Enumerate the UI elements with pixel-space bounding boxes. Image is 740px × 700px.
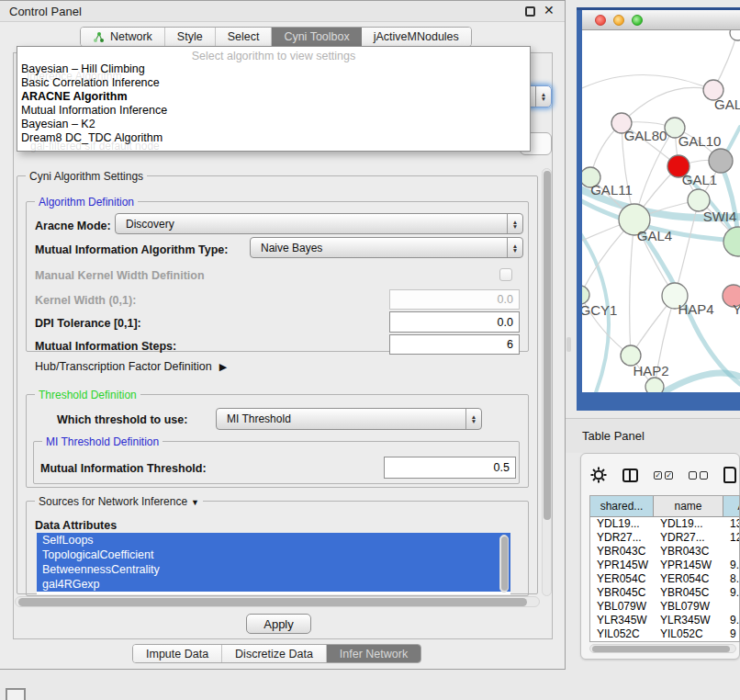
network-node[interactable] (730, 30, 740, 40)
table-cell: YER054C (590, 572, 654, 586)
algorithm-option-dream8-dc-tdc-algorithm[interactable]: Dream8 DC_TDC Algorithm (19, 131, 528, 145)
table-cell: YBL079W (654, 600, 723, 614)
select-all-columns-icon[interactable]: ✓✓ (654, 471, 673, 480)
mi-threshold-field[interactable]: 0.5 (384, 457, 516, 479)
network-node[interactable] (645, 378, 664, 392)
float-window-button[interactable] (525, 6, 535, 17)
network-node-gcy1[interactable] (582, 286, 589, 304)
mi-steps-label: Mutual Information Steps: (35, 340, 176, 353)
sources-label[interactable]: Sources for Network Inference▼ (35, 495, 203, 508)
data-attribute-option-gal4rgexp[interactable]: gal4RGexp (37, 577, 510, 592)
network-node-label: GAL1 (682, 172, 717, 187)
network-edge[interactable] (630, 220, 634, 356)
table-cell: 8. (723, 572, 740, 586)
minimize-traffic-light-icon[interactable] (613, 15, 624, 26)
table-cell: YDL19... (590, 517, 654, 531)
table-cell: YER054C (654, 572, 723, 586)
network-node-label: GAL80 (624, 128, 667, 143)
export-table-icon[interactable] (723, 467, 736, 483)
tab-jactivemnodules[interactable]: jActiveMNodules (362, 28, 471, 46)
network-canvas[interactable]: GALGAL80GAL10GAL1GAL11SWI4GAL4GCY1HAP4YH… (582, 30, 740, 392)
tab-label: Network (110, 30, 152, 43)
table-row[interactable]: YLR345WYLR345W9. (590, 614, 739, 627)
table-cell (723, 545, 740, 559)
settings-horizontal-scrollbar[interactable] (15, 596, 540, 607)
attributes-scrollbar[interactable] (499, 535, 509, 593)
close-window-button[interactable]: ✕ (544, 3, 555, 17)
table-row[interactable]: YDL19...YDL19...13 (590, 517, 739, 531)
table-row[interactable]: YIL052CYIL052C9 (590, 627, 739, 641)
tab-label: jActiveMNodules (374, 30, 459, 43)
close-traffic-light-icon[interactable] (595, 15, 606, 26)
table-cell: 9. (723, 559, 740, 572)
network-node[interactable] (709, 149, 733, 173)
mi-algorithm-type-combo[interactable]: Naive Bayes ▲▼ (250, 237, 523, 258)
aracne-mode-combo[interactable]: Discovery ▲▼ (115, 213, 523, 234)
column-header-shared[interactable]: shared... (590, 496, 654, 516)
column-header-a[interactable]: A (723, 496, 740, 516)
algorithm-option-basic-correlation-inference[interactable]: Basic Correlation Inference (19, 76, 528, 90)
aracne-mode-label: Aracne Mode: (35, 220, 111, 232)
algorithm-option-mutual-information-inference[interactable]: Mutual Information Inference (19, 104, 528, 118)
settings-vertical-scrollbar[interactable] (542, 168, 552, 596)
table-row[interactable]: YBR043CYBR043C (590, 545, 739, 559)
hub-definition-expander[interactable]: Hub/Transcription Factor Definition▶ (35, 360, 227, 373)
tab-select[interactable]: Select (216, 28, 273, 46)
tab-discretize-data[interactable]: Discretize Data (222, 645, 327, 662)
which-threshold-label: Which threshold to use: (57, 413, 187, 426)
table-cell: YPR145W (590, 559, 654, 572)
table-row[interactable]: YBL079WYBL079W (590, 600, 739, 614)
combo-stepper-icon: ▲▼ (465, 409, 481, 429)
control-panel-title: Control Panel (9, 5, 82, 18)
manual-kernel-width-label: Manual Kernel Width Definition (35, 269, 205, 282)
tab-cyni-toolbox[interactable]: Cyni Toolbox (272, 28, 361, 46)
data-attribute-option-betweennesscentrality[interactable]: BetweennessCentrality (37, 562, 510, 577)
table-row[interactable]: YPR145WYPR145W9. (590, 559, 739, 572)
network-node-label: GAL10 (678, 133, 722, 149)
data-attribute-option-selfloops[interactable]: SelfLoops (37, 533, 510, 548)
network-window-titlebar[interactable] (582, 10, 740, 30)
columns-icon[interactable] (622, 469, 638, 482)
which-threshold-combo[interactable]: MI Threshold ▲▼ (216, 408, 482, 430)
table-row[interactable]: YDR27...YDR27...12 (590, 531, 739, 545)
combo-stepper-icon: ▲▼ (507, 214, 522, 233)
gear-icon[interactable] (590, 467, 607, 483)
algorithm-option-aracne-algorithm[interactable]: ARACNE Algorithm (19, 90, 528, 104)
table-cell: YPR145W (654, 559, 723, 572)
table-cell: 12 (723, 531, 740, 545)
tab-style[interactable]: Style (165, 28, 216, 46)
data-attributes-list: SelfLoopsTopologicalCoefficientBetweenne… (37, 533, 510, 594)
table-row[interactable]: YER054CYER054C8. (590, 572, 739, 586)
table-cell: YDR27... (654, 531, 723, 545)
tab-impute-data[interactable]: Impute Data (133, 645, 222, 662)
aracne-mode-value: Discovery (126, 218, 174, 231)
tab-network[interactable]: Network (81, 28, 165, 46)
splitter-handle[interactable] (566, 337, 571, 352)
expand-right-icon: ▶ (219, 361, 227, 372)
zoom-traffic-light-icon[interactable] (632, 15, 643, 26)
kernel-width-field[interactable]: 0.0 (389, 289, 520, 310)
network-node-label: SWI4 (703, 209, 737, 224)
tab-infer-network[interactable]: Infer Network (327, 645, 420, 662)
apply-button[interactable]: Apply (246, 614, 311, 634)
algorithm-option-bayesian-hill-climbing[interactable]: Bayesian – Hill Climbing (19, 62, 528, 76)
table-panel: ✓✓ shared...nameA YDL19...YDL19...13YDR2… (580, 453, 740, 660)
deselect-all-columns-icon[interactable] (689, 471, 708, 480)
table-row[interactable]: YBR045CYBR045C9. (590, 586, 739, 600)
algorithm-dropdown-list: Bayesian – Hill ClimbingBasic Correlatio… (19, 62, 528, 145)
manual-kernel-width-checkbox[interactable] (499, 268, 512, 281)
table-header-row: shared...nameA (590, 496, 739, 517)
tab-label: Select (228, 30, 260, 43)
network-node-label: GCY1 (582, 302, 617, 318)
bottom-tabbar: Impute DataDiscretize DataInfer Network (132, 644, 421, 663)
minimized-panel-icon[interactable] (6, 688, 26, 700)
dpi-tolerance-field[interactable]: 0.0 (389, 311, 520, 333)
mi-steps-field[interactable]: 6 (389, 334, 520, 355)
mi-algorithm-type-value: Naive Bayes (261, 242, 322, 254)
data-attribute-option-topologicalcoefficient[interactable]: TopologicalCoefficient (37, 548, 510, 562)
table-horizontal-scrollbar[interactable] (589, 644, 736, 653)
network-node[interactable] (723, 227, 740, 256)
algorithm-option-bayesian-k2[interactable]: Bayesian – K2 (19, 118, 528, 131)
network-edge[interactable] (622, 87, 713, 123)
column-header-name[interactable]: name (654, 496, 723, 516)
